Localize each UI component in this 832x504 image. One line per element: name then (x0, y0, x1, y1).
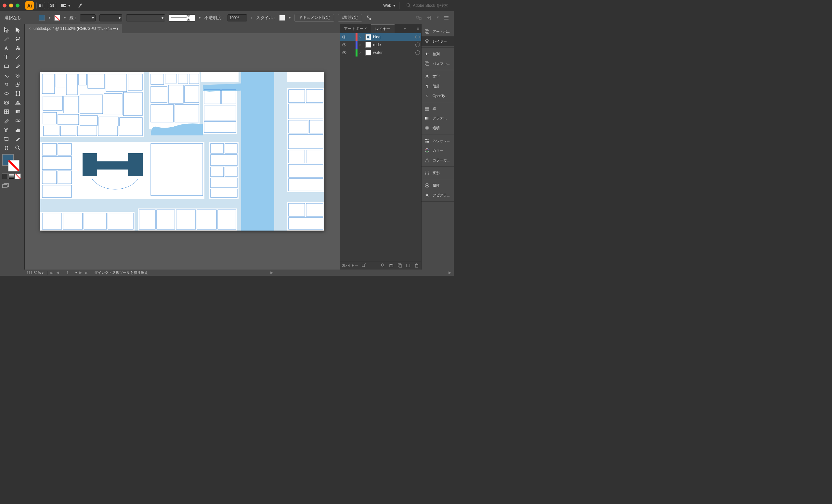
column-graph-tool[interactable] (12, 125, 24, 135)
artboard-dropdown[interactable]: ▾ (75, 271, 77, 274)
close-tab-icon[interactable]: × (29, 26, 31, 31)
stroke-weight-input[interactable]: ▾ (80, 14, 96, 22)
stock-button[interactable]: St (48, 2, 56, 9)
panel-menu-icon[interactable]: ≡ (415, 24, 421, 33)
visibility-toggle[interactable] (341, 43, 347, 47)
document-setup-button[interactable]: ドキュメント設定 (294, 14, 334, 22)
mesh-tool[interactable] (1, 107, 12, 116)
visibility-toggle[interactable] (341, 35, 347, 39)
expand-layer-icon[interactable]: › (360, 35, 363, 39)
artboard-tool[interactable] (1, 135, 12, 143)
layer-row-rode[interactable]: › rode (340, 41, 421, 49)
brush-definition[interactable]: ▾ (126, 14, 165, 22)
arrange-docs-button[interactable]: ▾ (59, 2, 73, 9)
shape-panel-icon[interactable]: ▾ (437, 15, 439, 21)
stroke-swatch[interactable] (54, 15, 60, 21)
expand-layer-icon[interactable]: › (360, 43, 363, 47)
opacity-input[interactable]: 100% (228, 14, 247, 22)
strip-paragraph[interactable]: ¶段落 (421, 81, 454, 91)
options-icon[interactable] (443, 15, 449, 21)
rectangle-tool[interactable] (1, 62, 12, 71)
new-sublayer-icon[interactable] (397, 263, 402, 268)
line-style-preview[interactable]: 基本 (169, 14, 195, 22)
panel-collapse-icon[interactable]: » (402, 24, 408, 33)
perspective-grid-tool[interactable] (12, 98, 24, 107)
locate-layer-icon[interactable] (380, 263, 386, 268)
color-mode-gradient[interactable] (8, 173, 14, 179)
opacity-dropdown[interactable]: › (251, 16, 252, 20)
hand-tool[interactable] (1, 143, 12, 152)
make-clipping-mask-icon[interactable] (389, 263, 394, 268)
strip-gradient[interactable]: グラデ… (421, 113, 454, 123)
strip-swatches[interactable]: スウォッ… (421, 136, 454, 145)
fill-stroke-indicator[interactable] (1, 152, 24, 172)
strip-color[interactable]: カラー (421, 145, 454, 155)
bridge-button[interactable]: Br (36, 2, 45, 9)
canvas-viewport[interactable] (25, 33, 340, 270)
eyedropper-tool[interactable] (1, 116, 12, 125)
delete-layer-icon[interactable] (414, 263, 419, 268)
first-artboard-icon[interactable]: ⏮ (49, 271, 54, 275)
zoom-level[interactable]: 111.52% ▾ (25, 271, 48, 275)
line-style-dropdown[interactable]: ▾ (199, 16, 201, 20)
direct-selection-tool[interactable] (12, 25, 24, 34)
lasso-tool[interactable] (12, 34, 24, 44)
next-artboard-icon[interactable]: ▶ (78, 271, 83, 275)
strip-artboards[interactable]: アートボ… (421, 27, 454, 36)
color-mode-none[interactable] (15, 173, 21, 179)
workspace-switcher[interactable]: Web ▾ (383, 3, 395, 8)
magic-wand-tool[interactable] (1, 34, 12, 44)
minimize-window[interactable] (9, 4, 13, 7)
layer-name[interactable]: bldg (373, 35, 413, 39)
zoom-tool[interactable] (12, 143, 24, 152)
stock-search[interactable]: Adobe Stock を検索 (403, 3, 451, 8)
fill-dropdown-icon[interactable]: ▾ (49, 16, 50, 20)
align-panel-icon[interactable] (426, 15, 432, 21)
strip-attributes[interactable]: 属性 (421, 180, 454, 190)
strip-appearance[interactable]: アピアラ… (421, 190, 454, 200)
preferences-button[interactable]: 環境設定 (338, 14, 362, 22)
strip-stroke[interactable]: 線 (421, 104, 454, 113)
width-tool[interactable] (1, 89, 12, 98)
strip-pathfinder[interactable]: パスファ… (421, 59, 454, 68)
layer-target-icon[interactable] (415, 43, 420, 47)
style-dropdown[interactable]: ▾ (289, 16, 290, 20)
paintbrush-tool[interactable] (12, 62, 24, 71)
rotate-tool[interactable] (1, 80, 12, 89)
layer-target-icon[interactable] (415, 35, 420, 39)
strip-character[interactable]: A文字 (421, 72, 454, 81)
new-layer-icon[interactable] (406, 263, 411, 268)
scale-tool[interactable] (12, 80, 24, 89)
scroll-right-icon[interactable]: ▶ (446, 271, 454, 275)
transform-panel-icon[interactable] (416, 15, 422, 21)
curvature-tool[interactable] (12, 44, 24, 53)
blend-tool[interactable] (12, 116, 24, 125)
strip-opentype[interactable]: OOpenTy… (421, 91, 454, 101)
stroke-dropdown-icon[interactable]: ▾ (64, 16, 66, 20)
symbol-sprayer-tool[interactable] (1, 125, 12, 135)
gpu-preview-button[interactable] (75, 2, 85, 9)
type-tool[interactable]: T (1, 53, 12, 62)
last-artboard-icon[interactable]: ⏭ (84, 271, 89, 275)
align-to-icon[interactable] (366, 15, 372, 21)
artboard[interactable] (40, 72, 324, 230)
visibility-toggle[interactable] (341, 51, 347, 54)
document-tab[interactable]: × untitled.pdf* @ 111.52% (RGB/GPU プレビュー… (25, 24, 122, 33)
strip-transparency[interactable]: 透明 (421, 123, 454, 133)
expand-layer-icon[interactable]: › (360, 50, 363, 55)
strip-layers[interactable]: レイヤー (421, 36, 454, 46)
artboard-number[interactable]: 1 (61, 271, 74, 275)
slice-tool[interactable] (12, 135, 24, 143)
stroke-color-box[interactable] (8, 160, 20, 171)
shape-builder-tool[interactable] (1, 98, 12, 107)
screen-mode-button[interactable] (1, 180, 24, 191)
layer-target-icon[interactable] (415, 50, 420, 55)
strip-transform[interactable]: 変形 (421, 168, 454, 178)
layer-row-water[interactable]: › water (340, 49, 421, 56)
gradient-tool[interactable] (12, 107, 24, 116)
layer-name[interactable]: water (373, 50, 413, 55)
eraser-tool[interactable] (12, 71, 24, 80)
status-menu-icon[interactable]: ▶ (268, 271, 276, 275)
prev-artboard-icon[interactable]: ◀ (55, 271, 60, 275)
maximize-window[interactable] (16, 4, 20, 7)
